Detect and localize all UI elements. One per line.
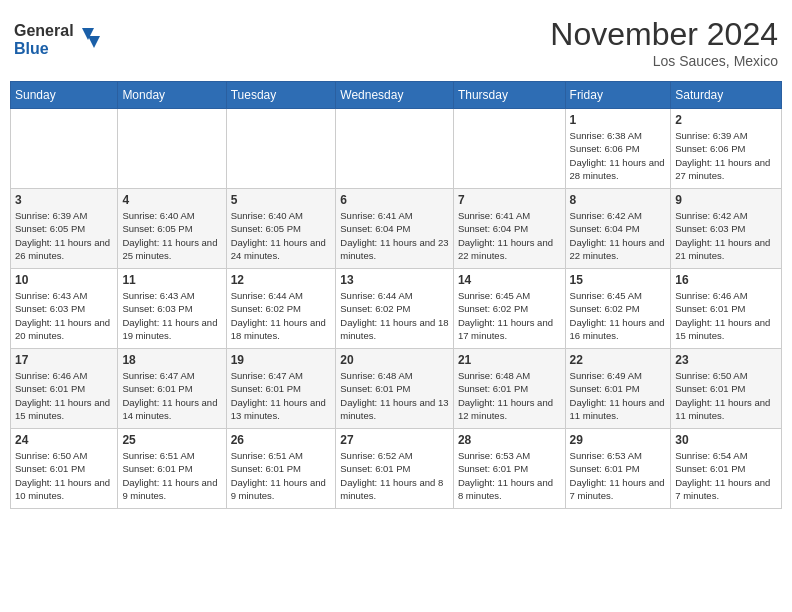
day-info: Sunrise: 6:39 AM Sunset: 6:06 PM Dayligh… xyxy=(675,129,777,182)
day-number: 4 xyxy=(122,193,221,207)
day-cell: 1Sunrise: 6:38 AM Sunset: 6:06 PM Daylig… xyxy=(565,109,671,189)
day-cell xyxy=(118,109,226,189)
day-cell xyxy=(453,109,565,189)
day-number: 30 xyxy=(675,433,777,447)
day-info: Sunrise: 6:46 AM Sunset: 6:01 PM Dayligh… xyxy=(675,289,777,342)
day-number: 21 xyxy=(458,353,561,367)
day-cell: 3Sunrise: 6:39 AM Sunset: 6:05 PM Daylig… xyxy=(11,189,118,269)
day-info: Sunrise: 6:40 AM Sunset: 6:05 PM Dayligh… xyxy=(231,209,332,262)
day-cell: 16Sunrise: 6:46 AM Sunset: 6:01 PM Dayli… xyxy=(671,269,782,349)
day-number: 11 xyxy=(122,273,221,287)
day-cell: 6Sunrise: 6:41 AM Sunset: 6:04 PM Daylig… xyxy=(336,189,454,269)
day-info: Sunrise: 6:43 AM Sunset: 6:03 PM Dayligh… xyxy=(15,289,113,342)
day-cell: 18Sunrise: 6:47 AM Sunset: 6:01 PM Dayli… xyxy=(118,349,226,429)
day-info: Sunrise: 6:45 AM Sunset: 6:02 PM Dayligh… xyxy=(570,289,667,342)
day-cell: 10Sunrise: 6:43 AM Sunset: 6:03 PM Dayli… xyxy=(11,269,118,349)
day-number: 17 xyxy=(15,353,113,367)
day-cell: 8Sunrise: 6:42 AM Sunset: 6:04 PM Daylig… xyxy=(565,189,671,269)
svg-text:Blue: Blue xyxy=(14,40,49,57)
day-info: Sunrise: 6:48 AM Sunset: 6:01 PM Dayligh… xyxy=(458,369,561,422)
day-number: 26 xyxy=(231,433,332,447)
day-number: 29 xyxy=(570,433,667,447)
weekday-saturday: Saturday xyxy=(671,82,782,109)
day-cell: 30Sunrise: 6:54 AM Sunset: 6:01 PM Dayli… xyxy=(671,429,782,509)
day-number: 3 xyxy=(15,193,113,207)
week-row-2: 3Sunrise: 6:39 AM Sunset: 6:05 PM Daylig… xyxy=(11,189,782,269)
day-number: 8 xyxy=(570,193,667,207)
day-number: 1 xyxy=(570,113,667,127)
weekday-sunday: Sunday xyxy=(11,82,118,109)
day-info: Sunrise: 6:50 AM Sunset: 6:01 PM Dayligh… xyxy=(675,369,777,422)
weekday-header-row: SundayMondayTuesdayWednesdayThursdayFrid… xyxy=(11,82,782,109)
day-info: Sunrise: 6:52 AM Sunset: 6:01 PM Dayligh… xyxy=(340,449,449,502)
day-info: Sunrise: 6:46 AM Sunset: 6:01 PM Dayligh… xyxy=(15,369,113,422)
day-info: Sunrise: 6:44 AM Sunset: 6:02 PM Dayligh… xyxy=(231,289,332,342)
day-cell: 21Sunrise: 6:48 AM Sunset: 6:01 PM Dayli… xyxy=(453,349,565,429)
weekday-wednesday: Wednesday xyxy=(336,82,454,109)
day-number: 16 xyxy=(675,273,777,287)
day-cell: 19Sunrise: 6:47 AM Sunset: 6:01 PM Dayli… xyxy=(226,349,336,429)
day-info: Sunrise: 6:41 AM Sunset: 6:04 PM Dayligh… xyxy=(458,209,561,262)
day-cell: 23Sunrise: 6:50 AM Sunset: 6:01 PM Dayli… xyxy=(671,349,782,429)
day-number: 10 xyxy=(15,273,113,287)
logo-text: General Blue xyxy=(14,16,104,64)
day-number: 14 xyxy=(458,273,561,287)
day-cell: 4Sunrise: 6:40 AM Sunset: 6:05 PM Daylig… xyxy=(118,189,226,269)
week-row-3: 10Sunrise: 6:43 AM Sunset: 6:03 PM Dayli… xyxy=(11,269,782,349)
day-cell: 24Sunrise: 6:50 AM Sunset: 6:01 PM Dayli… xyxy=(11,429,118,509)
day-info: Sunrise: 6:54 AM Sunset: 6:01 PM Dayligh… xyxy=(675,449,777,502)
page-header: General Blue November 2024 Los Sauces, M… xyxy=(10,10,782,75)
svg-text:General: General xyxy=(14,22,74,39)
day-number: 20 xyxy=(340,353,449,367)
weekday-thursday: Thursday xyxy=(453,82,565,109)
day-number: 9 xyxy=(675,193,777,207)
day-cell xyxy=(11,109,118,189)
day-number: 24 xyxy=(15,433,113,447)
day-info: Sunrise: 6:48 AM Sunset: 6:01 PM Dayligh… xyxy=(340,369,449,422)
day-number: 27 xyxy=(340,433,449,447)
weekday-monday: Monday xyxy=(118,82,226,109)
day-info: Sunrise: 6:44 AM Sunset: 6:02 PM Dayligh… xyxy=(340,289,449,342)
day-info: Sunrise: 6:42 AM Sunset: 6:03 PM Dayligh… xyxy=(675,209,777,262)
week-row-5: 24Sunrise: 6:50 AM Sunset: 6:01 PM Dayli… xyxy=(11,429,782,509)
day-info: Sunrise: 6:53 AM Sunset: 6:01 PM Dayligh… xyxy=(570,449,667,502)
day-cell: 5Sunrise: 6:40 AM Sunset: 6:05 PM Daylig… xyxy=(226,189,336,269)
day-cell: 13Sunrise: 6:44 AM Sunset: 6:02 PM Dayli… xyxy=(336,269,454,349)
day-cell: 2Sunrise: 6:39 AM Sunset: 6:06 PM Daylig… xyxy=(671,109,782,189)
week-row-1: 1Sunrise: 6:38 AM Sunset: 6:06 PM Daylig… xyxy=(11,109,782,189)
day-info: Sunrise: 6:47 AM Sunset: 6:01 PM Dayligh… xyxy=(231,369,332,422)
day-number: 28 xyxy=(458,433,561,447)
day-cell: 22Sunrise: 6:49 AM Sunset: 6:01 PM Dayli… xyxy=(565,349,671,429)
day-info: Sunrise: 6:40 AM Sunset: 6:05 PM Dayligh… xyxy=(122,209,221,262)
day-number: 15 xyxy=(570,273,667,287)
day-cell: 15Sunrise: 6:45 AM Sunset: 6:02 PM Dayli… xyxy=(565,269,671,349)
day-number: 7 xyxy=(458,193,561,207)
day-cell xyxy=(226,109,336,189)
day-cell: 9Sunrise: 6:42 AM Sunset: 6:03 PM Daylig… xyxy=(671,189,782,269)
week-row-4: 17Sunrise: 6:46 AM Sunset: 6:01 PM Dayli… xyxy=(11,349,782,429)
day-info: Sunrise: 6:41 AM Sunset: 6:04 PM Dayligh… xyxy=(340,209,449,262)
day-cell: 25Sunrise: 6:51 AM Sunset: 6:01 PM Dayli… xyxy=(118,429,226,509)
day-info: Sunrise: 6:50 AM Sunset: 6:01 PM Dayligh… xyxy=(15,449,113,502)
day-cell: 26Sunrise: 6:51 AM Sunset: 6:01 PM Dayli… xyxy=(226,429,336,509)
day-info: Sunrise: 6:47 AM Sunset: 6:01 PM Dayligh… xyxy=(122,369,221,422)
day-info: Sunrise: 6:51 AM Sunset: 6:01 PM Dayligh… xyxy=(231,449,332,502)
day-cell: 12Sunrise: 6:44 AM Sunset: 6:02 PM Dayli… xyxy=(226,269,336,349)
day-info: Sunrise: 6:38 AM Sunset: 6:06 PM Dayligh… xyxy=(570,129,667,182)
day-number: 12 xyxy=(231,273,332,287)
day-cell: 27Sunrise: 6:52 AM Sunset: 6:01 PM Dayli… xyxy=(336,429,454,509)
day-info: Sunrise: 6:45 AM Sunset: 6:02 PM Dayligh… xyxy=(458,289,561,342)
day-cell: 11Sunrise: 6:43 AM Sunset: 6:03 PM Dayli… xyxy=(118,269,226,349)
day-cell: 7Sunrise: 6:41 AM Sunset: 6:04 PM Daylig… xyxy=(453,189,565,269)
day-cell: 29Sunrise: 6:53 AM Sunset: 6:01 PM Dayli… xyxy=(565,429,671,509)
weekday-tuesday: Tuesday xyxy=(226,82,336,109)
day-info: Sunrise: 6:43 AM Sunset: 6:03 PM Dayligh… xyxy=(122,289,221,342)
location: Los Sauces, Mexico xyxy=(550,53,778,69)
month-title: November 2024 xyxy=(550,16,778,53)
day-number: 25 xyxy=(122,433,221,447)
day-cell: 28Sunrise: 6:53 AM Sunset: 6:01 PM Dayli… xyxy=(453,429,565,509)
day-cell: 17Sunrise: 6:46 AM Sunset: 6:01 PM Dayli… xyxy=(11,349,118,429)
day-info: Sunrise: 6:39 AM Sunset: 6:05 PM Dayligh… xyxy=(15,209,113,262)
day-info: Sunrise: 6:51 AM Sunset: 6:01 PM Dayligh… xyxy=(122,449,221,502)
day-number: 13 xyxy=(340,273,449,287)
